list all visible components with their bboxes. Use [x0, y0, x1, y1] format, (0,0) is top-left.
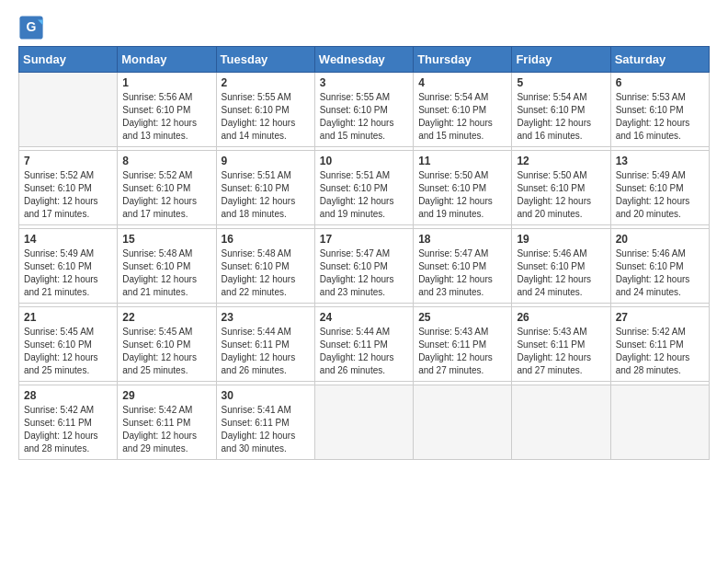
day-info: Sunrise: 5:56 AMSunset: 6:10 PMDaylight:… [122, 91, 210, 143]
calendar-cell: 9Sunrise: 5:51 AMSunset: 6:10 PMDaylight… [216, 151, 314, 225]
day-info: Sunrise: 5:42 AMSunset: 6:11 PMDaylight:… [122, 404, 210, 455]
calendar-cell: 6Sunrise: 5:53 AMSunset: 6:10 PMDaylight… [610, 73, 709, 147]
calendar-cell: 16Sunrise: 5:48 AMSunset: 6:10 PMDayligh… [216, 229, 314, 304]
weekday-header: Tuesday [216, 47, 314, 73]
calendar-week-row: 21Sunrise: 5:45 AMSunset: 6:10 PMDayligh… [19, 307, 710, 382]
day-info: Sunrise: 5:43 AMSunset: 6:11 PMDaylight:… [517, 326, 605, 377]
day-info: Sunrise: 5:49 AMSunset: 6:10 PMDaylight:… [24, 247, 112, 299]
day-number: 15 [122, 233, 210, 246]
calendar-cell: 13Sunrise: 5:49 AMSunset: 6:10 PMDayligh… [610, 151, 709, 225]
day-info: Sunrise: 5:43 AMSunset: 6:11 PMDaylight:… [418, 326, 506, 377]
day-number: 14 [24, 233, 112, 246]
weekday-header: Saturday [610, 47, 709, 73]
calendar-cell: 21Sunrise: 5:45 AMSunset: 6:10 PMDayligh… [19, 307, 118, 382]
day-info: Sunrise: 5:54 AMSunset: 6:10 PMDaylight:… [517, 91, 605, 143]
day-number: 2 [222, 76, 310, 89]
weekday-header: Wednesday [314, 47, 413, 73]
calendar-cell: 30Sunrise: 5:41 AMSunset: 6:11 PMDayligh… [216, 385, 314, 460]
day-info: Sunrise: 5:45 AMSunset: 6:10 PMDaylight:… [24, 326, 112, 377]
day-info: Sunrise: 5:54 AMSunset: 6:10 PMDaylight:… [418, 91, 506, 143]
day-info: Sunrise: 5:50 AMSunset: 6:10 PMDaylight:… [517, 169, 605, 221]
day-info: Sunrise: 5:47 AMSunset: 6:10 PMDaylight:… [418, 247, 506, 299]
day-number: 29 [122, 389, 210, 402]
calendar-cell: 8Sunrise: 5:52 AMSunset: 6:10 PMDaylight… [118, 151, 216, 225]
calendar-cell: 17Sunrise: 5:47 AMSunset: 6:10 PMDayligh… [314, 229, 413, 304]
day-number: 4 [418, 76, 506, 89]
calendar-cell: 1Sunrise: 5:56 AMSunset: 6:10 PMDaylight… [118, 73, 216, 147]
day-info: Sunrise: 5:48 AMSunset: 6:10 PMDaylight:… [222, 247, 310, 299]
calendar-cell: 23Sunrise: 5:44 AMSunset: 6:11 PMDayligh… [216, 307, 314, 382]
logo: G [18, 15, 48, 40]
day-number: 11 [418, 155, 506, 167]
day-number: 10 [320, 155, 408, 167]
calendar-header-row: SundayMondayTuesdayWednesdayThursdayFrid… [19, 47, 710, 73]
calendar-cell: 28Sunrise: 5:42 AMSunset: 6:11 PMDayligh… [19, 385, 118, 460]
calendar-cell: 3Sunrise: 5:55 AMSunset: 6:10 PMDaylight… [314, 73, 413, 147]
day-number: 25 [418, 311, 506, 324]
calendar-cell [314, 385, 413, 460]
calendar-cell: 20Sunrise: 5:46 AMSunset: 6:10 PMDayligh… [610, 229, 709, 304]
day-info: Sunrise: 5:51 AMSunset: 6:10 PMDaylight:… [222, 169, 310, 221]
calendar-cell: 10Sunrise: 5:51 AMSunset: 6:10 PMDayligh… [314, 151, 413, 225]
day-number: 19 [517, 233, 605, 246]
day-number: 16 [222, 233, 310, 246]
day-info: Sunrise: 5:51 AMSunset: 6:10 PMDaylight:… [320, 169, 408, 221]
day-info: Sunrise: 5:42 AMSunset: 6:11 PMDaylight:… [24, 404, 112, 455]
day-number: 9 [222, 155, 310, 167]
day-info: Sunrise: 5:46 AMSunset: 6:10 PMDaylight:… [517, 247, 605, 299]
calendar-cell [414, 385, 512, 460]
calendar-week-row: 7Sunrise: 5:52 AMSunset: 6:10 PMDaylight… [19, 151, 710, 225]
svg-text:G: G [27, 19, 37, 34]
calendar-cell: 25Sunrise: 5:43 AMSunset: 6:11 PMDayligh… [414, 307, 512, 382]
calendar-cell [610, 385, 709, 460]
day-info: Sunrise: 5:50 AMSunset: 6:10 PMDaylight:… [418, 169, 506, 221]
day-number: 17 [320, 233, 408, 246]
day-number: 28 [24, 389, 112, 402]
day-info: Sunrise: 5:44 AMSunset: 6:11 PMDaylight:… [222, 326, 310, 377]
day-number: 7 [24, 155, 112, 167]
weekday-header: Friday [512, 47, 610, 73]
logo-icon: G [18, 15, 44, 40]
calendar-cell: 24Sunrise: 5:44 AMSunset: 6:11 PMDayligh… [314, 307, 413, 382]
day-number: 1 [122, 76, 210, 89]
calendar-cell: 2Sunrise: 5:55 AMSunset: 6:10 PMDaylight… [216, 73, 314, 147]
calendar-cell: 5Sunrise: 5:54 AMSunset: 6:10 PMDaylight… [512, 73, 610, 147]
weekday-header: Monday [118, 47, 216, 73]
day-number: 6 [616, 76, 704, 89]
day-number: 23 [222, 311, 310, 324]
day-number: 30 [222, 389, 310, 402]
day-info: Sunrise: 5:45 AMSunset: 6:10 PMDaylight:… [122, 326, 210, 377]
day-number: 8 [122, 155, 210, 167]
day-info: Sunrise: 5:52 AMSunset: 6:10 PMDaylight:… [24, 169, 112, 221]
calendar-week-row: 1Sunrise: 5:56 AMSunset: 6:10 PMDaylight… [19, 73, 710, 147]
calendar-cell: 12Sunrise: 5:50 AMSunset: 6:10 PMDayligh… [512, 151, 610, 225]
day-number: 24 [320, 311, 408, 324]
day-number: 12 [517, 155, 605, 167]
weekday-header: Thursday [414, 47, 512, 73]
day-info: Sunrise: 5:48 AMSunset: 6:10 PMDaylight:… [122, 247, 210, 299]
calendar-week-row: 28Sunrise: 5:42 AMSunset: 6:11 PMDayligh… [19, 385, 710, 460]
day-number: 27 [616, 311, 704, 324]
calendar-cell: 7Sunrise: 5:52 AMSunset: 6:10 PMDaylight… [19, 151, 118, 225]
day-info: Sunrise: 5:49 AMSunset: 6:10 PMDaylight:… [616, 169, 704, 221]
calendar-cell: 27Sunrise: 5:42 AMSunset: 6:11 PMDayligh… [610, 307, 709, 382]
day-info: Sunrise: 5:47 AMSunset: 6:10 PMDaylight:… [320, 247, 408, 299]
day-number: 3 [320, 76, 408, 89]
calendar-cell: 4Sunrise: 5:54 AMSunset: 6:10 PMDaylight… [414, 73, 512, 147]
page-header: G [18, 15, 710, 40]
day-info: Sunrise: 5:53 AMSunset: 6:10 PMDaylight:… [616, 91, 704, 143]
day-number: 5 [517, 76, 605, 89]
calendar-cell: 29Sunrise: 5:42 AMSunset: 6:11 PMDayligh… [118, 385, 216, 460]
calendar-week-row: 14Sunrise: 5:49 AMSunset: 6:10 PMDayligh… [19, 229, 710, 304]
day-number: 13 [616, 155, 704, 167]
day-info: Sunrise: 5:46 AMSunset: 6:10 PMDaylight:… [616, 247, 704, 299]
calendar-cell: 15Sunrise: 5:48 AMSunset: 6:10 PMDayligh… [118, 229, 216, 304]
calendar-table: SundayMondayTuesdayWednesdayThursdayFrid… [18, 46, 710, 460]
day-number: 18 [418, 233, 506, 246]
calendar-cell: 19Sunrise: 5:46 AMSunset: 6:10 PMDayligh… [512, 229, 610, 304]
weekday-header: Sunday [19, 47, 118, 73]
calendar-cell [512, 385, 610, 460]
day-number: 26 [517, 311, 605, 324]
calendar-cell: 26Sunrise: 5:43 AMSunset: 6:11 PMDayligh… [512, 307, 610, 382]
calendar-cell: 18Sunrise: 5:47 AMSunset: 6:10 PMDayligh… [414, 229, 512, 304]
